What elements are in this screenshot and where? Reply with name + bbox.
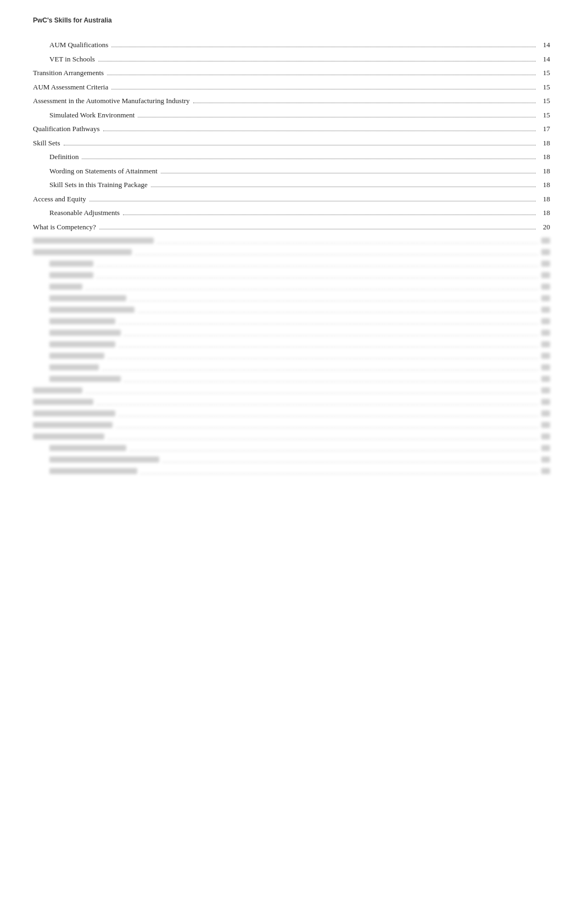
blurred-page-10 bbox=[541, 353, 550, 359]
toc-page-vet-in-schools: 14 bbox=[539, 54, 550, 65]
toc-item-reasonable-adjustments: Reasonable Adjustments18 bbox=[33, 207, 550, 218]
blurred-label-18 bbox=[49, 445, 126, 451]
blurred-dots-1 bbox=[135, 255, 538, 255]
blurred-dots-16 bbox=[116, 427, 538, 428]
toc-label-aum-assessment-criteria: AUM Assessment Criteria bbox=[33, 82, 108, 93]
toc-item-simulated-work-environment: Simulated Work Environment15 bbox=[33, 110, 550, 121]
blurred-dots-10 bbox=[108, 358, 538, 359]
toc-label-skill-sets: Skill Sets bbox=[33, 138, 60, 149]
toc-page-skill-sets: 18 bbox=[539, 138, 550, 149]
blurred-label-20 bbox=[49, 468, 137, 474]
blurred-row-0 bbox=[33, 238, 550, 245]
toc-dots-definition bbox=[82, 159, 536, 159]
toc-label-access-equity: Access and Equity bbox=[33, 194, 86, 205]
page-header: PwC's Skills for Australia bbox=[33, 16, 550, 24]
blurred-page-6 bbox=[541, 307, 550, 313]
blurred-label-4 bbox=[49, 284, 82, 290]
toc-page-aum-qualifications: 14 bbox=[539, 40, 550, 50]
blurred-dots-20 bbox=[141, 474, 538, 474]
toc-item-skill-sets-training-package: Skill Sets in this Training Package18 bbox=[33, 179, 550, 190]
blurred-label-10 bbox=[49, 353, 104, 359]
toc-page-what-is-competency: 20 bbox=[539, 222, 550, 233]
blurred-page-1 bbox=[541, 249, 550, 255]
blurred-page-19 bbox=[541, 457, 550, 463]
blurred-label-2 bbox=[49, 261, 93, 267]
blurred-page-14 bbox=[541, 399, 550, 405]
toc-page-skill-sets-training-package: 18 bbox=[539, 179, 550, 190]
toc-dots-access-equity bbox=[89, 201, 536, 201]
blurred-dots-6 bbox=[138, 312, 538, 313]
toc-dots-vet-in-schools bbox=[98, 61, 536, 61]
blurred-label-11 bbox=[49, 364, 99, 370]
toc-label-vet-in-schools: VET in Schools bbox=[49, 54, 95, 65]
blurred-page-5 bbox=[541, 295, 550, 301]
blurred-label-5 bbox=[49, 295, 126, 301]
blurred-dots-18 bbox=[130, 450, 538, 451]
blurred-row-3 bbox=[33, 272, 550, 280]
blurred-page-2 bbox=[541, 261, 550, 267]
header-title: PwC's Skills for Australia bbox=[33, 16, 112, 24]
blurred-dots-19 bbox=[162, 462, 538, 463]
blurred-label-16 bbox=[33, 422, 113, 428]
toc-dots-transition-arrangements bbox=[107, 75, 536, 75]
toc-label-qualification-pathways: Qualification Pathways bbox=[33, 123, 100, 134]
blurred-row-9 bbox=[33, 341, 550, 349]
toc-item-definition: Definition18 bbox=[33, 151, 550, 162]
blurred-row-17 bbox=[33, 433, 550, 441]
blurred-page-9 bbox=[541, 341, 550, 347]
toc-label-reasonable-adjustments: Reasonable Adjustments bbox=[49, 207, 120, 218]
blurred-row-19 bbox=[33, 457, 550, 464]
toc-page-assessment-automotive: 15 bbox=[539, 95, 550, 106]
blurred-row-4 bbox=[33, 284, 550, 291]
blurred-dots-14 bbox=[97, 404, 538, 405]
toc-item-what-is-competency: What is Competency?20 bbox=[33, 222, 550, 233]
blurred-row-20 bbox=[33, 468, 550, 476]
blurred-page-17 bbox=[541, 433, 550, 440]
blurred-dots-15 bbox=[119, 416, 538, 416]
blurred-dots-11 bbox=[102, 370, 538, 370]
blurred-dots-5 bbox=[130, 301, 538, 301]
toc-label-definition: Definition bbox=[49, 151, 79, 162]
toc-page-qualification-pathways: 17 bbox=[539, 123, 550, 134]
blurred-page-7 bbox=[541, 318, 550, 324]
toc-label-wording-statements: Wording on Statements of Attainment bbox=[49, 166, 158, 177]
toc-label-assessment-automotive: Assessment in the Automotive Manufacturi… bbox=[33, 95, 190, 106]
toc-item-transition-arrangements: Transition Arrangements15 bbox=[33, 67, 550, 78]
blurred-toc-section bbox=[33, 238, 550, 476]
blurred-label-12 bbox=[49, 376, 121, 382]
table-of-contents: AUM Qualifications14VET in Schools14Tran… bbox=[33, 40, 550, 232]
toc-dots-wording-statements bbox=[161, 173, 536, 173]
blurred-label-7 bbox=[49, 318, 115, 324]
blurred-dots-12 bbox=[124, 381, 538, 382]
blurred-label-1 bbox=[33, 249, 132, 255]
toc-dots-aum-qualifications bbox=[111, 47, 536, 47]
toc-page-definition: 18 bbox=[539, 151, 550, 162]
toc-item-wording-statements: Wording on Statements of Attainment18 bbox=[33, 166, 550, 177]
toc-dots-simulated-work-environment bbox=[138, 117, 536, 117]
blurred-page-15 bbox=[541, 410, 550, 416]
toc-item-aum-assessment-criteria: AUM Assessment Criteria15 bbox=[33, 82, 550, 93]
blurred-page-12 bbox=[541, 376, 550, 382]
blurred-row-8 bbox=[33, 330, 550, 337]
blurred-row-1 bbox=[33, 249, 550, 257]
toc-item-qualification-pathways: Qualification Pathways17 bbox=[33, 123, 550, 134]
blurred-dots-13 bbox=[86, 393, 538, 393]
toc-item-access-equity: Access and Equity18 bbox=[33, 194, 550, 205]
toc-dots-aum-assessment-criteria bbox=[111, 89, 536, 89]
toc-dots-skill-sets bbox=[64, 145, 536, 145]
blurred-page-4 bbox=[541, 284, 550, 290]
blurred-row-2 bbox=[33, 261, 550, 268]
toc-dots-skill-sets-training-package bbox=[151, 187, 536, 187]
toc-label-simulated-work-environment: Simulated Work Environment bbox=[49, 110, 134, 121]
blurred-dots-2 bbox=[97, 266, 538, 267]
blurred-page-3 bbox=[541, 272, 550, 278]
toc-item-skill-sets: Skill Sets18 bbox=[33, 138, 550, 149]
blurred-row-13 bbox=[33, 387, 550, 395]
blurred-dots-9 bbox=[119, 347, 538, 347]
blurred-page-18 bbox=[541, 445, 550, 451]
blurred-label-0 bbox=[33, 238, 154, 244]
blurred-page-13 bbox=[541, 387, 550, 393]
blurred-dots-7 bbox=[119, 324, 538, 324]
toc-item-aum-qualifications: AUM Qualifications14 bbox=[33, 40, 550, 50]
blurred-dots-0 bbox=[157, 243, 538, 244]
